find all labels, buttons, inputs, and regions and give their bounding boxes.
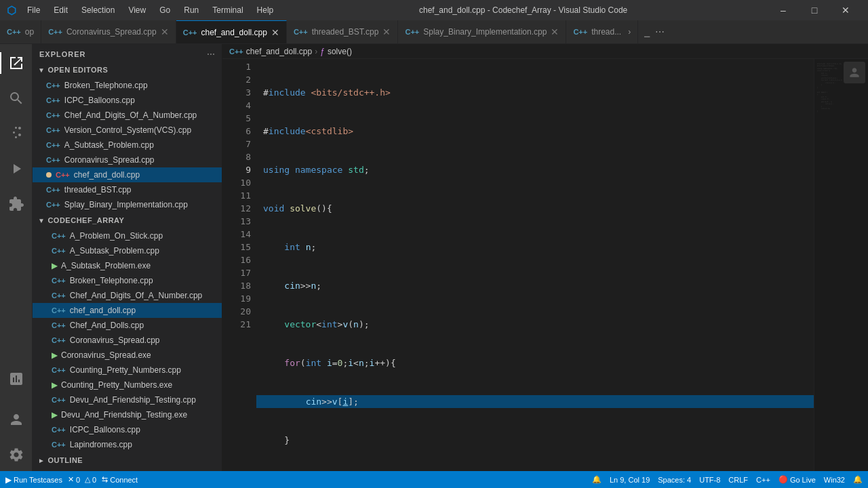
line-num: 3 bbox=[228, 86, 251, 99]
minimize-button[interactable]: – bbox=[768, 0, 799, 20]
folder-file-item[interactable]: ▶ Counting_Pretty_Numbers.exe bbox=[33, 378, 222, 392]
folder-file-item[interactable]: C++ Broken_Telephone.cpp bbox=[33, 273, 222, 288]
file-name: Coronavirus_Spread.cpp bbox=[70, 336, 160, 345]
menu-selection[interactable]: Selection bbox=[76, 4, 120, 16]
open-editor-item[interactable]: C++ Version_Control_System(VCS).cpp bbox=[33, 123, 222, 138]
line-numbers: 1 2 3 4 5 6 7 8 9 10 11 12 13 14 15 16 1… bbox=[222, 59, 256, 471]
indentation[interactable]: Spaces: 4 bbox=[658, 476, 691, 484]
line-num: 15 bbox=[228, 241, 251, 253]
code-line-6: cin>>n; bbox=[256, 279, 814, 292]
tab-close-icon[interactable]: ✕ bbox=[382, 26, 391, 37]
line-num: 7 bbox=[228, 138, 251, 150]
extensions-icon[interactable] bbox=[0, 188, 33, 220]
search-icon[interactable] bbox=[0, 82, 33, 115]
language-mode[interactable]: C++ bbox=[756, 476, 770, 484]
modified-indicator bbox=[46, 172, 52, 178]
tab-op[interactable]: C++ op bbox=[0, 20, 41, 44]
menu-view[interactable]: View bbox=[123, 4, 151, 16]
close-button[interactable]: ✕ bbox=[830, 0, 861, 20]
open-editor-item-active[interactable]: C++ chef_and_doll.cpp bbox=[33, 167, 222, 182]
menu-help[interactable]: Help bbox=[252, 4, 279, 16]
cursor-position[interactable]: Ln 9, Col 19 bbox=[610, 476, 650, 484]
folder-file-item[interactable]: C++ Coronavirus_Spread.cpp bbox=[33, 333, 222, 348]
source-control-icon[interactable] bbox=[0, 117, 33, 150]
tab-close-icon[interactable]: ✕ bbox=[551, 26, 559, 37]
folder-file-item[interactable]: C++ Lapindromes.cpp bbox=[33, 437, 222, 452]
errors-indicator[interactable]: ✕ 0 △ 0 bbox=[68, 475, 96, 484]
breadcrumb-file-icon: C++ bbox=[229, 47, 243, 56]
platform[interactable]: Win32 bbox=[824, 476, 845, 484]
account-icon[interactable] bbox=[0, 403, 33, 436]
titlebar: ⬡ File Edit Selection View Go Run Termin… bbox=[0, 0, 868, 20]
open-editor-item[interactable]: C++ threaded_BST.cpp bbox=[33, 182, 222, 197]
encoding-label: UTF-8 bbox=[699, 476, 720, 484]
encoding[interactable]: UTF-8 bbox=[699, 476, 720, 484]
folder-file-item[interactable]: C++ Chef_And_Dolls.cpp bbox=[33, 318, 222, 333]
outline-section[interactable]: ► OUTLINE bbox=[33, 452, 222, 468]
folder-file-item[interactable]: ▶ A_Subtask_Problem.exe bbox=[33, 258, 222, 273]
folder-file-item[interactable]: C++ Counting_Pretty_Numbers.cpp bbox=[33, 363, 222, 378]
go-live-button[interactable]: 🔴 Go Live bbox=[778, 475, 816, 484]
menu-edit[interactable]: Edit bbox=[48, 4, 73, 16]
timeline-section[interactable]: ► TIMELINE bbox=[33, 468, 222, 471]
folder-file-item[interactable]: C++ A_Problem_On_Stick.cpp bbox=[33, 228, 222, 243]
run-testcases-button[interactable]: ▶ Run Testcases bbox=[5, 475, 62, 485]
split-editor-button[interactable]: ⎯ bbox=[642, 24, 652, 39]
editor-content[interactable]: 1 2 3 4 5 6 7 8 9 10 11 12 13 14 15 16 1… bbox=[222, 59, 868, 471]
explorer-icon[interactable] bbox=[0, 47, 33, 79]
tab-threaded[interactable]: C++ threaded_BST.cpp ✕ bbox=[287, 20, 399, 44]
folder-file-item-active[interactable]: C++ chef_and_doll.cpp bbox=[33, 303, 222, 318]
folder-file-item[interactable]: C++ Devu_And_Friendship_Testing.cpp bbox=[33, 392, 222, 407]
menu-file[interactable]: File bbox=[22, 4, 45, 16]
metrics-icon[interactable] bbox=[0, 363, 33, 395]
tab-label: op bbox=[25, 27, 34, 37]
open-editors-section[interactable]: ▼ OPEN EDITORS bbox=[33, 62, 222, 78]
tab-chef[interactable]: C++ chef_and_doll.cpp ✕ bbox=[176, 20, 287, 44]
line-ending[interactable]: CRLF bbox=[728, 476, 748, 484]
breadcrumb-symbol[interactable]: solve() bbox=[328, 47, 352, 56]
breadcrumb-file[interactable]: chef_and_doll.cpp bbox=[246, 47, 312, 56]
folder-file-item[interactable]: C++ ICPC_Balloons.cpp bbox=[33, 422, 222, 437]
tab-label: thread... bbox=[591, 27, 621, 37]
code-editor[interactable]: #include <bits/stdc++.h> #include<cstdli… bbox=[256, 59, 814, 471]
bell-icon-area[interactable]: 🔔 bbox=[592, 475, 601, 484]
connect-button[interactable]: ⇆ Connect bbox=[102, 475, 138, 484]
file-name: Counting_Pretty_Numbers.exe bbox=[61, 380, 172, 390]
code-line-3: using namespace std; bbox=[256, 163, 814, 176]
chevron-icon[interactable]: › bbox=[628, 27, 631, 37]
folder-file-item[interactable]: C++ A_Subtask_Problem.cpp bbox=[33, 243, 222, 258]
statusbar-left: ▶ Run Testcases ✕ 0 △ 0 ⇆ Connect bbox=[5, 475, 138, 485]
line-num: 17 bbox=[228, 266, 251, 279]
line-num: 10 bbox=[228, 176, 251, 189]
menu-terminal[interactable]: Terminal bbox=[207, 4, 248, 16]
connect-icon: ⇆ bbox=[102, 475, 108, 484]
folder-section[interactable]: ▼ CODECHEF_ARRAY bbox=[33, 212, 222, 228]
menu-go[interactable]: Go bbox=[154, 4, 176, 16]
open-editor-item[interactable]: C++ ICPC_Balloons.cpp bbox=[33, 93, 222, 108]
settings-icon[interactable] bbox=[0, 439, 33, 471]
open-editor-item[interactable]: C++ Broken_Telephone.cpp bbox=[33, 78, 222, 93]
tab-splay[interactable]: C++ Splay_Binary_Implementation.cpp ✕ bbox=[398, 20, 566, 44]
open-editor-item[interactable]: C++ Chef_And_Digits_Of_A_Number.cpp bbox=[33, 108, 222, 123]
user-avatar bbox=[844, 62, 865, 83]
tab-thread2[interactable]: C++ thread... › bbox=[566, 20, 638, 44]
tab-close-icon[interactable]: ✕ bbox=[161, 26, 169, 37]
tab-coronavirus[interactable]: C++ Coronavirus_Spread.cpp ✕ bbox=[41, 20, 176, 44]
open-editor-item[interactable]: C++ Splay_Binary_Implementation.cpp bbox=[33, 197, 222, 212]
menu-run[interactable]: Run bbox=[178, 4, 204, 16]
connect-label: Connect bbox=[110, 476, 138, 484]
folder-file-item[interactable]: ▶ Coronavirus_Spread.exe bbox=[33, 348, 222, 363]
folder-file-item[interactable]: C++ Chef_And_Digits_Of_A_Number.cpp bbox=[33, 288, 222, 303]
explorer-menu-icon[interactable]: ⋯ bbox=[207, 49, 215, 59]
tab-label: Coronavirus_Spread.cpp bbox=[66, 27, 157, 37]
open-editor-item[interactable]: C++ A_Subtask_Problem.cpp bbox=[33, 138, 222, 152]
more-actions-button[interactable]: ⋯ bbox=[653, 24, 667, 39]
cpp-icon: C++ bbox=[7, 28, 21, 36]
run-debug-icon[interactable] bbox=[0, 152, 33, 185]
tab-close-icon[interactable]: ✕ bbox=[271, 27, 279, 38]
maximize-button[interactable]: □ bbox=[799, 0, 830, 20]
file-name: Broken_Telephone.cpp bbox=[70, 276, 153, 285]
open-editor-item[interactable]: C++ Coronavirus_Spread.cpp bbox=[33, 152, 222, 167]
notifications-icon[interactable]: 🔔 bbox=[853, 475, 863, 484]
folder-file-item[interactable]: ▶ Devu_And_Friendship_Testing.exe bbox=[33, 407, 222, 422]
